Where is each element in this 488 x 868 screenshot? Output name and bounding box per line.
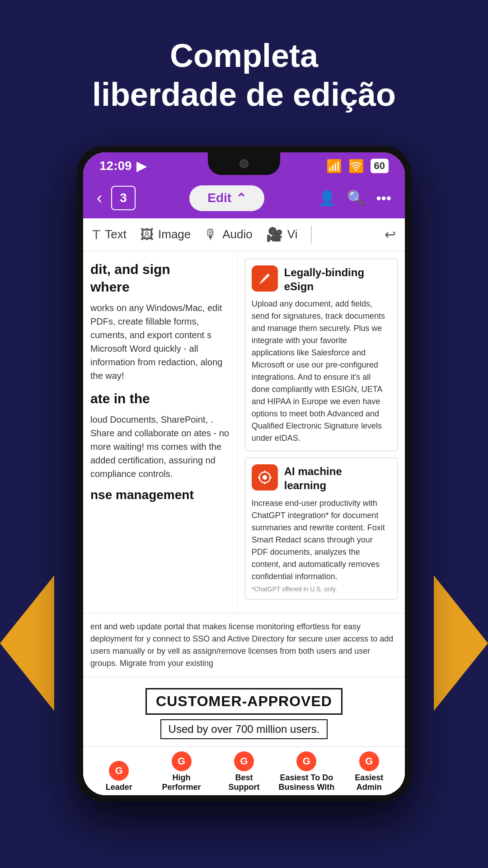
badge-1-label: Leader	[106, 783, 132, 793]
time-display: 12:09	[99, 159, 132, 173]
badge-3-label: BestSupport	[228, 773, 259, 793]
esign-description: Upload any document, add fields, send fo…	[252, 298, 391, 444]
used-by-text: Used by over 700 million users.	[160, 719, 328, 739]
ai-card: AI machinelearning Increase end-user pro…	[245, 458, 398, 599]
search-icon[interactable]: 🔍	[347, 189, 365, 207]
text-icon: T	[92, 227, 100, 242]
video-tool[interactable]: 🎥 Vi	[266, 226, 298, 242]
g2-logo-2: G	[172, 751, 192, 771]
license-section: ent and web update portal that makes lic…	[83, 613, 405, 677]
g2-logo-1: G	[109, 761, 129, 781]
image-tool[interactable]: 🖼 Image	[140, 227, 191, 242]
badge-easiest-business: G Easiest To DoBusiness With	[275, 751, 338, 793]
badge-easiest-admin: G EasiestAdmin	[338, 751, 400, 793]
phone-frame: 12:09 ▶ 📶 🛜 60 ‹ 3	[77, 146, 411, 802]
left-heading-1: dit, and signwhere	[90, 260, 230, 296]
esign-icon	[252, 265, 278, 292]
esign-card: Legally-bindingeSign Upload any document…	[245, 259, 398, 451]
customer-approved-badge: CUSTOMER-APPROVED	[145, 688, 343, 715]
badge-leader: G Leader	[88, 761, 150, 793]
phone-wrapper: 12:09 ▶ 📶 🛜 60 ‹ 3	[0, 146, 488, 802]
video-icon: 🎥	[266, 226, 283, 242]
status-right: 📶 🛜 60	[326, 159, 389, 174]
doc-left-column: dit, and signwhere works on any Windows/…	[83, 251, 238, 613]
customer-section: CUSTOMER-APPROVED Used by over 700 milli…	[83, 677, 405, 746]
g2-badges-row: G Leader G HighPerformer G BestSupport G…	[83, 746, 405, 795]
toolbar-left: ‹ 3	[97, 186, 136, 210]
top-section: Completa liberdade de edição	[0, 0, 488, 132]
ai-footnote: *ChatGPT offered in U.S. only.	[252, 585, 391, 593]
location-icon: ▶	[136, 159, 146, 174]
microphone-icon: 🎙	[204, 227, 218, 242]
license-text: ent and web update portal that makes lic…	[90, 621, 398, 670]
edit-mode-bar: T Text 🖼 Image 🎙 Audio 🎥 Vi	[83, 218, 405, 251]
deco-left	[0, 576, 54, 711]
g2-logo-5: G	[359, 751, 379, 771]
undo-button[interactable]: ↩	[385, 226, 396, 242]
phone-inner: 12:09 ▶ 📶 🛜 60 ‹ 3	[83, 152, 405, 795]
ai-icon	[252, 464, 278, 491]
status-left: 12:09 ▶	[99, 159, 146, 174]
left-text-1: works on any Windows/Mac, edit PDFs, cre…	[90, 301, 230, 382]
text-tool[interactable]: T Text	[92, 227, 127, 242]
edit-button[interactable]: Edit ⌃	[189, 185, 264, 211]
badge-2-label: HighPerformer	[162, 773, 201, 793]
notch	[208, 152, 280, 175]
separator	[311, 226, 312, 244]
add-user-icon[interactable]: 👤	[318, 189, 336, 207]
wifi-icon: 🛜	[348, 159, 364, 174]
signal-icon: 📶	[326, 159, 342, 174]
more-options-icon[interactable]: •••	[376, 190, 391, 207]
document-content: dit, and signwhere works on any Windows/…	[83, 251, 405, 613]
ai-title: AI machinelearning	[284, 464, 342, 492]
svg-point-1	[263, 475, 267, 480]
deco-right	[434, 576, 488, 711]
audio-tool[interactable]: 🎙 Audio	[204, 227, 253, 242]
g2-logo-3: G	[234, 751, 254, 771]
page-title: Completa liberdade de edição	[27, 36, 461, 114]
battery-indicator: 60	[371, 159, 389, 173]
left-text-2: loud Documents, SharePoint, . Share and …	[90, 413, 230, 481]
toolbar-right: 👤 🔍 •••	[318, 189, 391, 207]
left-heading-2: ate in the	[90, 390, 230, 407]
image-icon: 🖼	[140, 227, 154, 242]
badge-4-label: Easiest To DoBusiness With	[278, 773, 334, 793]
ai-header: AI machinelearning	[252, 464, 391, 492]
doc-right-column: Legally-bindingeSign Upload any document…	[238, 251, 405, 613]
page-number: 3	[111, 186, 136, 210]
page-wrapper: Completa liberdade de edição 12:09 ▶	[0, 0, 488, 802]
chevron-up-icon: ⌃	[236, 191, 246, 206]
app-toolbar: ‹ 3 Edit ⌃ 👤 🔍 •••	[83, 178, 405, 218]
ai-description: Increase end-user productivity with Chat…	[252, 497, 391, 583]
back-button[interactable]: ‹	[97, 189, 102, 208]
g2-logo-4: G	[296, 751, 316, 771]
esign-title: Legally-bindingeSign	[284, 265, 364, 293]
badge-high-performer: G HighPerformer	[150, 751, 212, 793]
left-heading-3: nse management	[90, 488, 230, 502]
camera	[239, 159, 249, 168]
badge-5-label: EasiestAdmin	[355, 773, 383, 793]
badge-best-support: G BestSupport	[213, 751, 275, 793]
esign-header: Legally-bindingeSign	[252, 265, 391, 293]
